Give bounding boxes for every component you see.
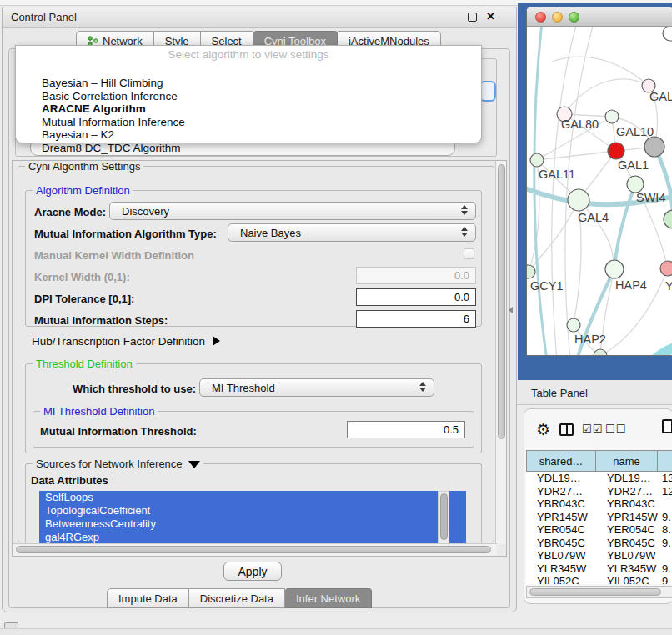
show-columns-icon[interactable]: ☑☑ (582, 422, 603, 435)
table-cell: 9. (658, 537, 672, 550)
attribute-item-gal4rgexp[interactable]: gal4RGexp (39, 531, 466, 544)
which-threshold-combo[interactable]: MI Threshold (199, 378, 434, 397)
dpi-tolerance-field[interactable] (356, 288, 476, 306)
table-row[interactable]: YBR043CYBR043C (526, 498, 672, 511)
float-panel-icon[interactable] (468, 12, 477, 22)
network-node-gal11[interactable] (530, 153, 544, 167)
node-label-gcy1: GCY1 (530, 279, 564, 292)
manual-kernel-checkbox[interactable] (464, 248, 474, 259)
attribute-item-topologicalcoefficient[interactable]: TopologicalCoefficient (39, 504, 466, 518)
algorithm-option-bayesian-k2[interactable]: Bayesian – K2 (42, 128, 474, 142)
network-window-titlebar[interactable] (527, 8, 672, 27)
network-node[interactable] (664, 210, 672, 228)
table-cell: YIL052C (596, 575, 658, 584)
zoom-traffic-light[interactable] (569, 12, 579, 22)
table-cell: 8. (658, 523, 672, 537)
table-horizontal-scrollbar[interactable] (526, 586, 672, 598)
table-cell: 13 (658, 472, 672, 485)
table-row[interactable]: YBL079WYBL079W (526, 549, 672, 562)
columns-icon[interactable] (559, 423, 574, 436)
panel-title: Control Panel (11, 11, 77, 23)
table-cell: YDL19… (526, 472, 596, 485)
data-attributes-list[interactable]: SelfLoopsTopologicalCoefficientBetweenne… (39, 491, 466, 548)
mi-threshold-field[interactable] (347, 421, 465, 438)
scrollbar-thumb[interactable] (440, 493, 448, 540)
table-header-row: shared…nameA (526, 450, 672, 472)
table-row[interactable]: YDL19…YDL19…13 (526, 472, 672, 485)
column-header-name[interactable]: name (596, 450, 658, 472)
algorithm-option-basic-correlation-inference[interactable]: Basic Correlation Inference (42, 90, 474, 103)
table-cell: YBL079W (526, 549, 596, 562)
network-node-gal1[interactable] (608, 142, 624, 159)
table-row[interactable]: YBR045CYBR045C9. (526, 537, 672, 550)
settings-vertical-scrollbar[interactable] (495, 161, 506, 544)
group-title: Algorithm Definition (33, 184, 133, 197)
table-row[interactable]: YER054CYER054C8. (526, 523, 672, 537)
bottom-tabbar: Impute DataDiscretize DataInfer Network (107, 588, 372, 609)
table-cell: YDL19… (596, 472, 658, 485)
network-node[interactable] (594, 349, 607, 356)
network-node-gcy1[interactable] (527, 265, 535, 278)
algorithm-option-bayesian-hill-climbing[interactable]: Bayesian – Hill Climbing (42, 77, 474, 90)
column-header-a[interactable]: A (658, 450, 672, 472)
panel-divider-collapse-icon[interactable] (509, 307, 513, 313)
apply-button[interactable]: Apply (223, 562, 282, 581)
attribute-list-scrollbar[interactable] (438, 491, 449, 548)
node-label-gal11: GAL11 (539, 168, 575, 181)
bottom-tab-discretize-data[interactable]: Discretize Data (189, 588, 285, 608)
algorithm-option-aracne-algorithm[interactable]: ARACNE Algorithm (42, 102, 474, 116)
network-node-swi4[interactable] (627, 176, 644, 192)
scrollbar-thumb[interactable] (16, 546, 491, 553)
network-node-hap2[interactable] (567, 318, 580, 332)
node-label-gal80: GAL80 (561, 118, 599, 131)
cyni-algorithm-settings-group: Cyni Algorithm Settings Algorithm Defini… (18, 166, 494, 542)
table-panel: ⚙ ☑☑ ☐☐ shared…nameAYDL19…YDL19…13YDR27…… (524, 408, 672, 604)
close-icon[interactable]: ✕ (486, 10, 495, 22)
mi-algorithm-type-combo[interactable]: Naive Bayes (228, 223, 476, 242)
control-panel-titlebar: Control Panel ✕ (3, 8, 516, 28)
table-row[interactable]: YPR145WYPR145W9. (526, 511, 672, 524)
network-node[interactable] (644, 137, 664, 157)
table-row[interactable]: YIL052CYIL052C9 (526, 575, 672, 584)
gear-icon[interactable]: ⚙ (536, 422, 550, 438)
table-row[interactable]: YDR27…YDR27…12 (526, 485, 672, 498)
network-canvas[interactable]: GALGAL80GAL10GAL1GAL11SWI4GAL4GCY1HAP4YH… (527, 27, 672, 356)
network-node-gal4[interactable] (568, 189, 589, 211)
table-cell: 9 (658, 575, 672, 584)
column-header-shared[interactable]: shared… (526, 450, 596, 472)
attribute-item-selfloops[interactable]: SelfLoops (39, 491, 466, 504)
mi-steps-field[interactable] (356, 310, 476, 328)
sources-toggle[interactable]: Sources for Network Inference (33, 458, 203, 470)
kernel-width-field[interactable] (356, 267, 476, 284)
network-edge (642, 344, 672, 356)
bottom-tab-impute-data[interactable]: Impute Data (107, 588, 189, 608)
table-cell (658, 498, 672, 511)
node-label-gal10: GAL10 (616, 125, 654, 138)
close-traffic-light[interactable] (535, 12, 546, 22)
network-node[interactable] (663, 27, 672, 41)
sources-title: Sources for Network Inference (36, 458, 183, 470)
scrollbar-thumb[interactable] (498, 164, 505, 439)
network-node-gal10[interactable] (605, 110, 619, 123)
hide-columns-icon[interactable]: ☐☐ (605, 422, 626, 435)
table-cell: 9. (658, 562, 672, 576)
bottom-tab-infer-network[interactable]: Infer Network (285, 588, 372, 608)
algorithm-option-dream8-dc-tdc-algorithm[interactable]: Dream8 DC_TDC Algorithm (42, 142, 474, 155)
focused-control-fragment (479, 81, 496, 102)
bottom-strip (0, 628, 672, 635)
aracne-mode-label: Aracne Mode: (34, 206, 106, 218)
table-toolbar: ⚙ ☑☑ ☐☐ (524, 409, 672, 449)
settings-horizontal-scrollbar[interactable] (13, 543, 497, 556)
attribute-item-betweennesscentrality[interactable]: BetweennessCentrality (39, 518, 466, 531)
hub-transcription-factor-toggle[interactable]: Hub/Transcription Factor Definition (32, 335, 220, 348)
network-node-y[interactable] (660, 261, 672, 276)
export-table-icon[interactable] (662, 419, 672, 433)
scrollbar-thumb[interactable] (529, 588, 661, 596)
table-row[interactable]: YLR345WYLR345W9. (526, 562, 672, 576)
network-edge (552, 57, 649, 86)
minimize-traffic-light[interactable] (552, 12, 563, 22)
algorithm-option-mutual-information-inference[interactable]: Mutual Information Inference (42, 116, 474, 129)
network-node-hap4[interactable] (605, 260, 624, 278)
aracne-mode-combo[interactable]: Discovery (109, 202, 476, 220)
table-cell: YBR043C (526, 498, 596, 511)
